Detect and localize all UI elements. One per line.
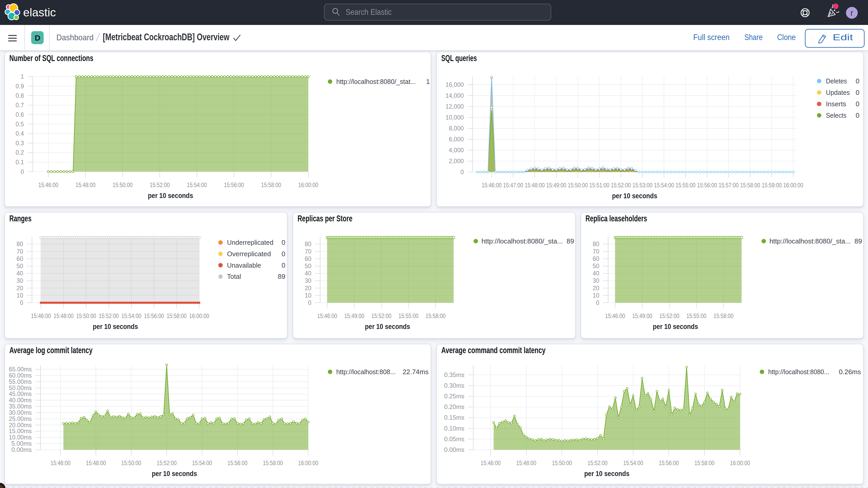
svg-text:50: 50 bbox=[17, 263, 23, 270]
svg-text:20: 20 bbox=[17, 285, 23, 292]
svg-text:0: 0 bbox=[20, 299, 23, 306]
svg-text:Clone: Clone bbox=[777, 33, 796, 42]
svg-text:65.00ms: 65.00ms bbox=[9, 366, 32, 373]
svg-text:70: 70 bbox=[593, 248, 599, 255]
svg-text:15:52:00: 15:52:00 bbox=[659, 313, 679, 319]
svg-text:14,000: 14,000 bbox=[445, 92, 464, 99]
svg-text:1: 1 bbox=[426, 78, 430, 86]
svg-text:22.74ms: 22.74ms bbox=[403, 368, 429, 376]
svg-text:15:58:00: 15:58:00 bbox=[261, 182, 281, 188]
svg-text:0: 0 bbox=[856, 112, 860, 119]
svg-text:http://localhost:8080/_sta...: http://localhost:8080/_sta... bbox=[770, 237, 851, 245]
svg-text:4,000: 4,000 bbox=[449, 147, 464, 154]
svg-text:Unavailable: Unavailable bbox=[227, 262, 261, 269]
svg-text:80: 80 bbox=[305, 241, 311, 247]
svg-text:Average log commit latency: Average log commit latency bbox=[9, 345, 93, 355]
svg-text:15:56:00: 15:56:00 bbox=[659, 460, 679, 466]
svg-text:16:00:00: 16:00:00 bbox=[298, 460, 318, 466]
svg-text:0.4: 0.4 bbox=[16, 130, 24, 137]
svg-text:10: 10 bbox=[17, 292, 23, 299]
svg-text:Replicas per Store: Replicas per Store bbox=[298, 214, 352, 223]
svg-text:0: 0 bbox=[856, 89, 860, 96]
svg-text:15:49:00: 15:49:00 bbox=[344, 313, 364, 319]
svg-text:20: 20 bbox=[305, 285, 311, 292]
svg-text:0: 0 bbox=[461, 169, 464, 175]
svg-text:6,000: 6,000 bbox=[449, 136, 464, 143]
svg-text:0.26ms: 0.26ms bbox=[839, 368, 861, 376]
svg-text:per 10 seconds: per 10 seconds bbox=[653, 323, 698, 331]
svg-text:89: 89 bbox=[278, 273, 285, 280]
svg-text:15:58:00: 15:58:00 bbox=[426, 313, 445, 319]
svg-text:60: 60 bbox=[593, 255, 599, 262]
svg-text:15:56:00: 15:56:00 bbox=[227, 460, 247, 466]
svg-text:0: 0 bbox=[856, 77, 860, 85]
svg-text:Edit: Edit bbox=[833, 32, 853, 42]
svg-text:0.1: 0.1 bbox=[16, 159, 24, 165]
svg-text:15:47:00: 15:47:00 bbox=[503, 182, 523, 189]
svg-text:15:52:00: 15:52:00 bbox=[588, 460, 608, 466]
svg-text:5.00ms: 5.00ms bbox=[11, 440, 32, 447]
svg-text:50: 50 bbox=[593, 263, 599, 270]
svg-text:16:00:00: 16:00:00 bbox=[783, 182, 803, 189]
svg-text:Ranges: Ranges bbox=[9, 214, 31, 223]
svg-text:15:58:00: 15:58:00 bbox=[694, 460, 714, 466]
svg-text:8,000: 8,000 bbox=[449, 125, 464, 132]
svg-text:15:53:00: 15:53:00 bbox=[632, 182, 653, 189]
svg-text:Share: Share bbox=[745, 33, 763, 42]
svg-text:0.25ms: 0.25ms bbox=[444, 393, 464, 400]
svg-text:15:57:00: 15:57:00 bbox=[719, 182, 739, 189]
svg-text:r: r bbox=[850, 8, 853, 18]
svg-text:16:00:00: 16:00:00 bbox=[189, 313, 209, 319]
svg-text:http://localhost:8080...: http://localhost:8080... bbox=[768, 368, 829, 376]
svg-text:0: 0 bbox=[21, 169, 24, 175]
svg-text:15:46:00: 15:46:00 bbox=[38, 182, 59, 188]
svg-text:15:48:00: 15:48:00 bbox=[54, 313, 73, 319]
svg-text:20.00ms: 20.00ms bbox=[9, 422, 32, 428]
svg-text:http://localhost:8080/_stat...: http://localhost:8080/_stat... bbox=[336, 78, 416, 86]
svg-text:15:56:00: 15:56:00 bbox=[224, 182, 244, 188]
svg-text:15:58:00: 15:58:00 bbox=[263, 460, 283, 466]
svg-text:per 10 seconds: per 10 seconds bbox=[93, 323, 138, 331]
svg-text:15.00ms: 15.00ms bbox=[9, 428, 32, 434]
svg-text:D: D bbox=[35, 33, 40, 42]
svg-text:0.7: 0.7 bbox=[16, 102, 24, 109]
svg-text:10: 10 bbox=[305, 292, 311, 299]
svg-text:Number of SQL connections: Number of SQL connections bbox=[9, 53, 93, 63]
svg-text:10,000: 10,000 bbox=[445, 114, 464, 121]
svg-text:70: 70 bbox=[305, 248, 311, 255]
svg-text:15:54:00: 15:54:00 bbox=[654, 182, 674, 189]
svg-text:15:46:00: 15:46:00 bbox=[51, 460, 70, 466]
svg-text:0.00ms: 0.00ms bbox=[11, 447, 32, 453]
svg-text:15:52:00: 15:52:00 bbox=[157, 460, 177, 466]
svg-text:0.10ms: 0.10ms bbox=[444, 425, 464, 432]
svg-text:15:56:00: 15:56:00 bbox=[697, 182, 717, 189]
svg-text:15:46:00: 15:46:00 bbox=[317, 313, 337, 319]
svg-text:15:48:00: 15:48:00 bbox=[525, 182, 545, 189]
svg-text:15:54:00: 15:54:00 bbox=[192, 460, 212, 466]
svg-text:per 10 seconds: per 10 seconds bbox=[365, 323, 410, 331]
svg-text:0: 0 bbox=[282, 250, 285, 258]
svg-text:15:46:00: 15:46:00 bbox=[31, 313, 51, 319]
svg-text:30: 30 bbox=[305, 277, 311, 284]
svg-text:per 10 seconds: per 10 seconds bbox=[612, 192, 657, 200]
svg-text:Dashboard: Dashboard bbox=[56, 33, 94, 42]
svg-text:0.05ms: 0.05ms bbox=[444, 436, 464, 443]
svg-text:55.00ms: 55.00ms bbox=[9, 378, 32, 385]
svg-text:15:46:00: 15:46:00 bbox=[482, 182, 502, 189]
svg-text:15:48:00: 15:48:00 bbox=[516, 460, 536, 466]
svg-text:15:58:00: 15:58:00 bbox=[166, 313, 187, 319]
svg-text:http://localhost:8080/_sta...: http://localhost:8080/_sta... bbox=[481, 237, 563, 245]
svg-text:Deletes: Deletes bbox=[826, 77, 847, 85]
svg-text:60: 60 bbox=[17, 255, 23, 262]
svg-text:15:59:00: 15:59:00 bbox=[762, 182, 782, 189]
svg-text:Total: Total bbox=[227, 273, 241, 280]
svg-text:15:52:00: 15:52:00 bbox=[371, 313, 392, 319]
svg-text:30.00ms: 30.00ms bbox=[9, 409, 32, 416]
svg-text:15:58:00: 15:58:00 bbox=[714, 313, 734, 319]
svg-text:0.15ms: 0.15ms bbox=[444, 414, 464, 421]
svg-text:45.00ms: 45.00ms bbox=[9, 391, 32, 397]
svg-text:http://localhost:808...: http://localhost:808... bbox=[336, 368, 396, 376]
svg-text:40.00ms: 40.00ms bbox=[9, 397, 32, 403]
svg-text:Average command commit latency: Average command commit latency bbox=[441, 345, 546, 355]
svg-text:elastic: elastic bbox=[23, 6, 56, 19]
